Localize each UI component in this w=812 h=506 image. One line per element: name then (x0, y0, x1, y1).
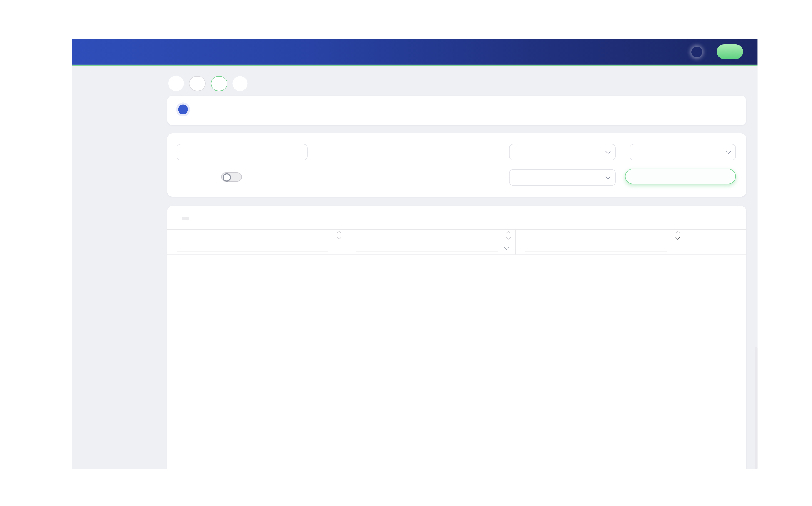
date-filter-input[interactable] (525, 242, 667, 252)
generate-button[interactable] (625, 169, 736, 184)
toggle-knob (223, 173, 231, 182)
table-filter-row (167, 240, 746, 255)
status-filter-input[interactable] (356, 242, 498, 252)
chevron-down-icon[interactable] (605, 174, 610, 179)
sort-icon-active (676, 232, 679, 239)
column-header-created[interactable] (515, 230, 684, 241)
sort-icon (507, 232, 510, 239)
table-header-row (167, 229, 746, 241)
sort-icon (338, 232, 340, 239)
payment-method-select[interactable] (509, 169, 616, 186)
app-window (72, 39, 758, 469)
column-header-status[interactable] (346, 230, 515, 241)
actions-filter-cell (684, 240, 746, 255)
column-header-name[interactable] (167, 230, 346, 241)
pencil-badge (176, 102, 190, 116)
search-input[interactable] (176, 242, 328, 252)
column-header-actions (684, 230, 746, 241)
report-form-card (167, 134, 746, 196)
separator-select[interactable] (509, 144, 616, 161)
table-title-row (176, 217, 189, 220)
tab-bar (168, 76, 248, 91)
pencil-icon (178, 104, 188, 114)
tab-deposit-report[interactable] (211, 76, 227, 91)
page (0, 0, 812, 506)
navbar-right (691, 45, 743, 59)
search-icon (333, 244, 339, 251)
name-filter-cell (167, 240, 346, 255)
decimal-sign-select[interactable] (630, 144, 736, 161)
vertical-scrollbar[interactable] (754, 347, 758, 469)
chevron-down-icon[interactable] (726, 149, 730, 154)
status-filter-cell (346, 240, 515, 255)
tab-accounting-invoices[interactable] (189, 76, 206, 91)
power-icon (725, 49, 731, 55)
count-badge (182, 217, 189, 220)
reports-table-card (167, 206, 746, 469)
date-filter-cell (515, 240, 684, 255)
chevron-down-icon[interactable] (605, 149, 610, 154)
sidebar (72, 68, 156, 470)
report-info-card (167, 96, 746, 125)
summary-toggle[interactable] (221, 172, 242, 182)
date-range-field[interactable] (176, 144, 308, 161)
top-navbar (72, 39, 758, 66)
dashboard-gauge-button[interactable] (168, 76, 184, 91)
close-tab-button[interactable] (232, 76, 247, 91)
uk-flag-icon[interactable] (691, 46, 702, 57)
chevron-down-icon[interactable] (504, 245, 509, 250)
logout-button[interactable] (717, 45, 743, 59)
calendar-icon[interactable] (671, 244, 678, 251)
